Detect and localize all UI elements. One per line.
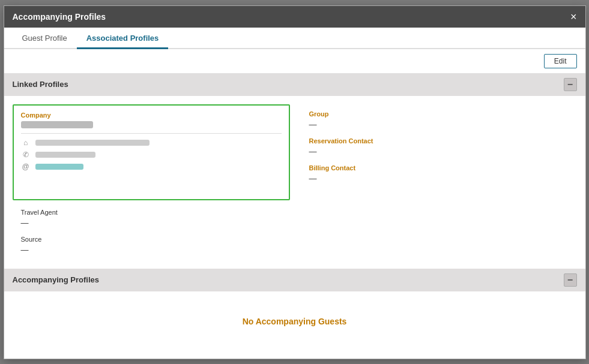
travel-agent-value: — [21, 218, 289, 227]
company-panel: Company ⌂ ✆ @ [13, 104, 290, 200]
reservation-contact-value: — [309, 147, 570, 156]
edit-button[interactable]: Edit [544, 54, 577, 68]
home-icon: ⌂ [21, 139, 31, 147]
email-icon: @ [21, 163, 31, 171]
billing-contact-field: Billing Contact — [309, 164, 570, 183]
source-value: — [21, 245, 289, 254]
source-field: Source — [13, 236, 289, 254]
tabs-bar: Guest Profile Associated Profiles [4, 28, 585, 49]
billing-contact-value: — [309, 174, 570, 183]
linked-profiles-header: Linked Profiles − [4, 73, 585, 96]
linked-profiles-content: Company ⌂ ✆ @ Group [4, 96, 585, 209]
group-field: Group — [309, 110, 570, 129]
accompanying-profiles-title: Accompanying Profiles [13, 275, 99, 284]
source-label: Source [21, 236, 289, 243]
right-panel: Group — Reservation Contact — Billing Co… [302, 104, 577, 200]
accompanying-content: No Accompanying Guests [4, 291, 585, 351]
extra-fields: Travel Agent — Source — [4, 209, 585, 269]
modal-title: Accompanying Profiles [13, 12, 106, 22]
address-row: ⌂ [21, 139, 282, 147]
group-label: Group [309, 110, 570, 118]
phone-icon: ✆ [21, 151, 31, 159]
company-name-blurred [21, 121, 93, 128]
accompanying-profiles-header: Accompanying Profiles − [4, 269, 585, 291]
linked-profiles-title: Linked Profiles [13, 80, 68, 89]
accompanying-profiles-collapse[interactable]: − [564, 273, 577, 287]
billing-contact-label: Billing Contact [309, 164, 570, 172]
modal-overlay: Accompanying Profiles × Guest Profile As… [0, 0, 589, 364]
travel-agent-label: Travel Agent [21, 209, 289, 216]
modal-header: Accompanying Profiles × [4, 6, 585, 28]
email-row: @ [21, 163, 282, 171]
toolbar: Edit [4, 49, 585, 73]
no-guests-message: No Accompanying Guests [243, 317, 347, 326]
modal: Accompanying Profiles × Guest Profile As… [4, 5, 586, 359]
group-value: — [309, 120, 570, 129]
phone-blurred [35, 152, 95, 158]
reservation-contact-label: Reservation Contact [309, 137, 570, 145]
phone-row: ✆ [21, 151, 282, 159]
divider [21, 133, 282, 134]
close-button[interactable]: × [570, 11, 577, 22]
reservation-contact-field: Reservation Contact — [309, 137, 570, 156]
tab-associated-profiles[interactable]: Associated Profiles [77, 28, 169, 49]
address-blurred [35, 140, 150, 146]
company-label: Company [21, 112, 282, 119]
email-blurred [35, 164, 83, 170]
tab-guest-profile[interactable]: Guest Profile [13, 28, 77, 49]
travel-agent-field: Travel Agent — [13, 209, 289, 227]
linked-profiles-collapse[interactable]: − [564, 78, 577, 91]
